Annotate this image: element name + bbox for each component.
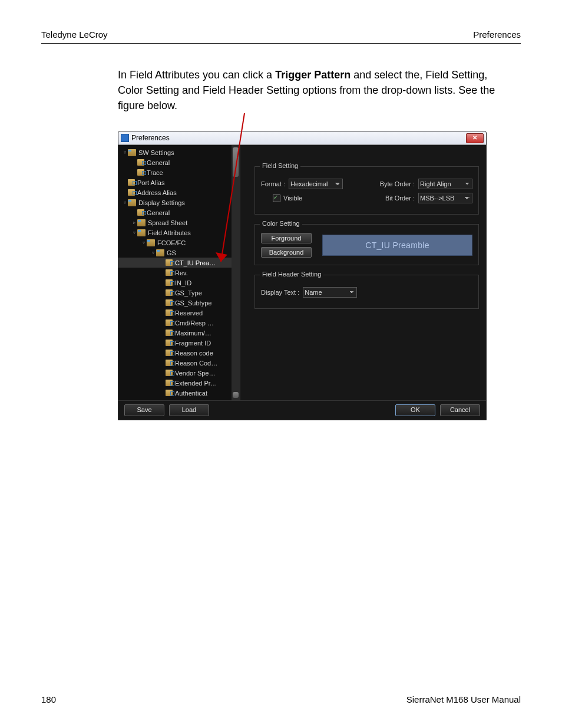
display-text-select[interactable]: Name: [303, 287, 357, 298]
header-left: Teledyne LeCroy: [41, 29, 108, 39]
footer-manual-name: SierraNet M168 User Manual: [406, 694, 521, 704]
tree-item-label: Reserved: [175, 309, 203, 317]
tree-item-label: FCOE/FC: [157, 239, 186, 246]
folder-icon: [137, 219, 146, 226]
tree-item[interactable]: General: [118, 207, 240, 218]
expand-icon: ▿: [141, 240, 147, 245]
tree-item[interactable]: Port Alias: [118, 177, 240, 187]
save-button[interactable]: Save: [124, 404, 164, 416]
tree-item-label: Trace: [147, 169, 163, 176]
document-icon: [166, 289, 173, 296]
folder-icon: [128, 149, 136, 156]
body-paragraph: In Field Attributes you can click a Trig…: [118, 67, 515, 113]
tree-item-label: Vendor Spe…: [175, 370, 216, 377]
expand-icon: ▿: [150, 250, 156, 255]
tree-item[interactable]: Cmd/Resp …: [118, 318, 240, 328]
app-icon: [121, 134, 129, 142]
display-text-label: Display Text :: [261, 289, 299, 296]
tree-item[interactable]: Reason Cod…: [118, 358, 240, 368]
tree-item-label: Spread Sheet: [148, 219, 187, 226]
byte-order-select[interactable]: Right Align: [418, 179, 472, 189]
tree-item[interactable]: ▿Field Attributes: [118, 228, 240, 238]
tree-item[interactable]: Extended Pr…: [118, 378, 240, 388]
tree-item[interactable]: Authenticat: [118, 388, 240, 398]
tree-item-label: Fragment ID: [175, 340, 211, 347]
format-label: Format :: [261, 180, 285, 187]
tree-item-label: Reason code: [175, 350, 213, 357]
tree-item[interactable]: ▿Display Settings: [118, 197, 240, 207]
bit-order-label: Bit Order :: [385, 195, 415, 202]
format-select[interactable]: Hexadecimal: [289, 179, 343, 189]
tree-item[interactable]: IN_ID: [118, 278, 240, 288]
tree[interactable]: ▿SW SettingsGeneralTracePort AliasAddres…: [118, 145, 240, 400]
tree-item[interactable]: GS_Type: [118, 288, 240, 298]
expand-icon: ▿: [122, 150, 128, 155]
tree-item[interactable]: Address Alias: [118, 187, 240, 197]
document-icon: [137, 169, 144, 176]
tree-item[interactable]: Rev.: [118, 268, 240, 278]
tree-item-label: Address Alias: [137, 189, 177, 196]
document-icon: [166, 370, 173, 376]
document-icon: [128, 179, 135, 186]
expand-icon: ▿: [131, 230, 137, 235]
tree-item[interactable]: General: [118, 157, 240, 167]
tree-item[interactable]: CT_IU Prea…: [118, 258, 240, 268]
window-title: Preferences: [131, 134, 170, 142]
document-icon: [166, 279, 173, 286]
footer-page-number: 180: [41, 694, 56, 704]
tree-item[interactable]: GS_Subtype: [118, 298, 240, 308]
document-icon: [166, 309, 173, 316]
checkbox-icon: [273, 195, 280, 202]
document-icon: [166, 340, 173, 346]
tree-scrollbar[interactable]: [232, 145, 240, 400]
tree-item-label: Display Settings: [138, 199, 185, 206]
group-header-setting: Field Header Setting Display Text : Name: [254, 275, 479, 309]
tree-item-label: CT_IU Prea…: [175, 259, 216, 266]
tree-item[interactable]: Maximum/…: [118, 328, 240, 338]
tree-item[interactable]: Reserved: [118, 308, 240, 318]
bit-order-select[interactable]: MSB-->LSB: [418, 193, 472, 203]
tree-item-label: Extended Pr…: [175, 380, 217, 387]
body-pre: In Field Attributes you can click a: [118, 69, 275, 81]
document-icon: [166, 299, 173, 306]
ok-button[interactable]: OK: [395, 404, 435, 416]
document-icon: [166, 360, 173, 366]
tree-item[interactable]: Vendor Spe…: [118, 368, 240, 378]
tree-item-label: GS: [167, 249, 176, 256]
load-button[interactable]: Load: [169, 404, 209, 416]
screenshot-figure: Preferences ✕ ▿SW SettingsGeneralTracePo…: [118, 131, 489, 420]
folder-icon: [128, 199, 136, 206]
document-icon: [128, 189, 135, 196]
tree-item[interactable]: ▿SW Settings: [118, 147, 240, 157]
header-right: Preferences: [473, 29, 521, 39]
folder-icon: [147, 239, 155, 246]
document-icon: [166, 350, 173, 356]
document-icon: [166, 269, 173, 276]
tree-item[interactable]: Trace: [118, 167, 240, 177]
tree-pane: ▿SW SettingsGeneralTracePort AliasAddres…: [118, 145, 240, 400]
tree-item[interactable]: Reason code: [118, 348, 240, 358]
group-title-field: Field Setting: [260, 162, 300, 169]
close-button[interactable]: ✕: [466, 133, 484, 143]
tree-item-label: General: [147, 159, 170, 166]
body-bold: Trigger Pattern: [275, 69, 351, 81]
tree-item-label: Maximum/…: [175, 330, 211, 337]
preferences-window: Preferences ✕ ▿SW SettingsGeneralTracePo…: [118, 131, 487, 420]
document-icon: [166, 330, 173, 336]
expand-icon: ▿: [122, 200, 128, 205]
tree-item-label: Cmd/Resp …: [175, 319, 214, 327]
tree-item-label: Port Alias: [137, 179, 164, 186]
forground-button[interactable]: Forground: [261, 233, 312, 243]
background-button[interactable]: Background: [261, 247, 312, 258]
visible-checkbox[interactable]: Visible: [273, 195, 302, 202]
cancel-button[interactable]: Cancel: [440, 404, 480, 416]
tree-item[interactable]: ▿FCOE/FC: [118, 238, 240, 248]
tree-item[interactable]: Fragment ID: [118, 338, 240, 348]
tree-item[interactable]: ▿GS: [118, 248, 240, 258]
byte-order-label: Byte Order :: [380, 180, 415, 187]
tree-item-label: SW Settings: [138, 149, 174, 156]
group-field-setting: Field Setting Format : Hexadecimal Byte …: [254, 166, 479, 215]
tree-item[interactable]: ▹Spread Sheet: [118, 218, 240, 228]
folder-icon: [156, 249, 164, 256]
tree-item-label: GS_Type: [175, 289, 202, 297]
